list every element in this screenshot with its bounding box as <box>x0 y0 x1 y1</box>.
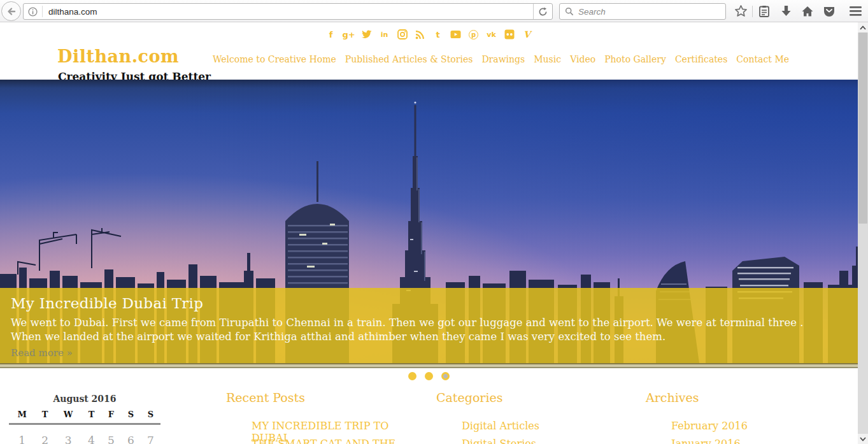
carousel-dot-1[interactable] <box>408 372 416 380</box>
toolbar-separator <box>752 6 753 17</box>
archive-link[interactable]: February 2016 <box>671 420 748 432</box>
archives-widget: Archives February 2016 January 2016 <box>646 390 837 444</box>
calendar-day[interactable]: 3 <box>55 424 82 444</box>
day-header: M <box>9 410 35 424</box>
pinterest-icon[interactable]: p <box>468 29 479 40</box>
calendar-day[interactable]: 5 <box>101 424 121 444</box>
social-icons-row: f g+ in t <box>0 29 858 40</box>
back-arrow-icon <box>6 6 17 17</box>
day-header: F <box>101 410 121 424</box>
hamburger-icon <box>849 6 862 17</box>
calendar-week-row: 1 2 3 4 5 6 7 <box>9 424 160 444</box>
chevron-down-icon <box>860 437 866 441</box>
reading-list-button[interactable] <box>753 3 775 20</box>
nav-item-photo-gallery[interactable]: Photo Gallery <box>604 54 666 64</box>
nav-item-contact-me[interactable]: Contact Me <box>736 54 789 64</box>
list-item: February 2016 <box>671 420 837 438</box>
search-icon <box>565 7 574 16</box>
flickr-icon[interactable] <box>504 29 515 40</box>
footer-widgets: August 2016 M T W T F S S <box>0 390 858 444</box>
slide-caption: My Incredible Dubai Trip We went to Duba… <box>0 288 858 363</box>
home-icon <box>801 5 814 18</box>
slide-excerpt: We went to Dubai. First we came from Tir… <box>11 316 832 344</box>
category-link[interactable]: Digital Stories <box>462 438 536 444</box>
recent-posts-widget: Recent Posts MY INCREDIBLE TRIP TO DUBAI… <box>226 390 417 444</box>
pinterest-glyph: p <box>469 30 478 39</box>
carousel-dot-3[interactable] <box>441 372 450 380</box>
chevron-up-icon <box>860 25 866 30</box>
list-item: Digital Stories <box>462 438 627 444</box>
nav-item-drawings[interactable]: Drawings <box>481 54 525 64</box>
category-link[interactable]: Digital Articles <box>462 420 539 432</box>
calendar-day[interactable]: 7 <box>141 424 160 444</box>
archives-heading: Archives <box>646 390 837 405</box>
hero-bottom-edge <box>0 363 858 368</box>
nav-item-published-articles[interactable]: Published Articles & Stories <box>345 54 473 64</box>
twitter-icon[interactable] <box>361 29 372 40</box>
read-more-link[interactable]: Read more » <box>11 347 73 359</box>
reload-button[interactable] <box>533 4 552 19</box>
archive-link[interactable]: January 2016 <box>671 438 741 444</box>
instagram-icon[interactable] <box>397 29 408 40</box>
calendar-month-label: August 2016 <box>9 394 160 404</box>
calendar-day[interactable]: 4 <box>82 424 101 444</box>
browser-toolbar: dilthana.com <box>0 0 868 22</box>
categories-widget: Categories Digital Articles Digital Stor… <box>436 390 627 444</box>
downloads-button[interactable] <box>775 3 797 20</box>
facebook-icon[interactable]: f <box>325 29 336 40</box>
search-bar[interactable] <box>559 3 726 20</box>
search-input[interactable] <box>578 7 706 17</box>
clipboard-icon <box>758 5 771 18</box>
day-header: S <box>141 410 160 424</box>
list-item: January 2016 <box>671 438 837 444</box>
site-title[interactable]: Dilthan.com <box>57 47 179 66</box>
star-icon <box>734 4 748 18</box>
reload-icon <box>538 7 548 17</box>
back-button[interactable] <box>1 1 21 21</box>
scrollbar-thumb[interactable] <box>858 32 867 224</box>
calendar-day[interactable]: 6 <box>121 424 141 444</box>
home-button[interactable] <box>797 3 818 20</box>
url-text[interactable]: dilthana.com <box>43 7 533 17</box>
day-header: T <box>35 410 55 424</box>
site-info-icon[interactable] <box>24 6 43 17</box>
browser-window: dilthana.com <box>0 0 868 444</box>
page-scrollbar[interactable] <box>858 22 868 444</box>
day-header: T <box>82 410 101 424</box>
list-item: Digital Articles <box>462 420 627 438</box>
calendar-widget: August 2016 M T W T F S S <box>9 394 160 444</box>
web-page: f g+ in t <box>0 22 858 444</box>
download-arrow-icon <box>780 5 792 17</box>
url-bar[interactable]: dilthana.com <box>23 3 553 20</box>
carousel-dots <box>0 372 858 380</box>
nav-item-welcome[interactable]: Welcome to Creative Home <box>213 54 336 64</box>
hero-slider: My Incredible Dubai Trip We went to Duba… <box>0 80 858 363</box>
day-header: S <box>121 410 141 424</box>
post-link[interactable]: THE SMART CAT AND THE <box>252 438 395 444</box>
bookmark-star-button[interactable] <box>730 3 751 20</box>
categories-heading: Categories <box>436 390 627 405</box>
main-nav: Welcome to Creative Home Published Artic… <box>213 54 789 64</box>
vine-icon[interactable]: V <box>522 29 532 40</box>
scroll-up-button[interactable] <box>858 22 868 32</box>
calendar-day[interactable]: 1 <box>9 424 35 444</box>
nav-item-certificates[interactable]: Certificates <box>675 54 727 64</box>
recent-posts-heading: Recent Posts <box>226 390 417 405</box>
pocket-button[interactable] <box>818 3 840 20</box>
scroll-down-button[interactable] <box>858 434 868 444</box>
slide-title: My Incredible Dubai Trip <box>11 295 832 312</box>
linkedin-icon[interactable]: in <box>379 29 390 40</box>
calendar-day[interactable]: 2 <box>35 424 55 444</box>
carousel-dot-2[interactable] <box>425 372 433 380</box>
calendar-day-headers: M T W T F S S <box>9 410 160 424</box>
google-plus-icon[interactable]: g+ <box>343 29 354 40</box>
menu-button[interactable] <box>844 3 866 20</box>
youtube-icon[interactable] <box>450 29 461 40</box>
list-item: THE SMART CAT AND THE <box>252 438 417 444</box>
vk-icon[interactable]: vk <box>486 29 497 40</box>
nav-item-music[interactable]: Music <box>534 54 561 64</box>
tumblr-icon[interactable]: t <box>432 29 443 40</box>
rss-icon[interactable] <box>415 29 425 40</box>
pocket-icon <box>823 5 836 18</box>
nav-item-video[interactable]: Video <box>570 54 595 64</box>
